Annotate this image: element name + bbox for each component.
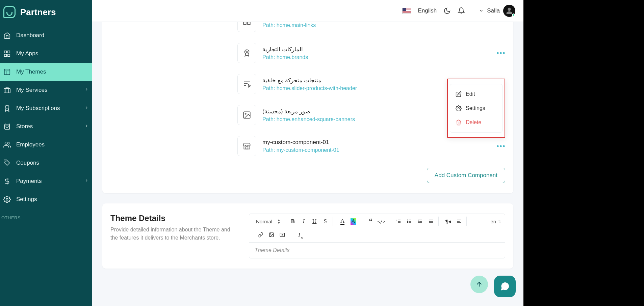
component-path: Path: home.main-links [262, 22, 505, 28]
unordered-list-button[interactable] [405, 217, 414, 226]
bag-icon [3, 123, 11, 130]
image-icon [237, 105, 256, 125]
avatar [503, 5, 515, 17]
clear-format-button[interactable]: I✕ [294, 230, 304, 240]
svg-marker-20 [248, 84, 251, 87]
menu-item-delete[interactable]: Delete [450, 115, 502, 130]
floating-actions [470, 276, 516, 297]
sidebar: Partners Dashboard My Apps My Themes My … [0, 0, 92, 306]
outdent-button[interactable] [415, 217, 425, 226]
underline-button[interactable]: U [310, 217, 319, 226]
component-title: الماركات التجارية [262, 46, 491, 53]
video-button[interactable] [278, 230, 287, 240]
nav-label: My Themes [16, 68, 46, 75]
add-custom-component-button[interactable]: Add Custom Component [427, 168, 505, 183]
component-item: منتجات متحركة مع خلفية Path: home.slider… [237, 68, 505, 100]
svg-point-10 [5, 142, 7, 144]
text-color-button[interactable]: A [338, 217, 347, 226]
sidebar-item-coupons[interactable]: Coupons [0, 154, 92, 172]
component-title: my-custom-component-01 [262, 139, 491, 146]
divider [472, 5, 472, 16]
nav-label: My Services [16, 87, 48, 93]
moon-icon[interactable] [443, 7, 451, 15]
code-button[interactable]: </> [377, 217, 386, 226]
sidebar-item-my-services[interactable]: My Services [0, 81, 92, 99]
language-label[interactable]: English [418, 7, 437, 14]
menu-item-edit[interactable]: Edit [450, 87, 502, 101]
align-button[interactable] [454, 217, 464, 226]
menu-item-settings[interactable]: Settings [450, 101, 502, 115]
status-dot [512, 13, 515, 17]
tag-icon [3, 159, 11, 167]
playlist-icon [237, 74, 256, 94]
nav-label: My Apps [16, 50, 38, 57]
indent-button[interactable] [426, 217, 436, 226]
svg-point-21 [458, 108, 460, 109]
more-button[interactable]: ••• [497, 142, 505, 150]
nav-label: Payments [16, 178, 42, 185]
svg-point-8 [5, 105, 9, 109]
direction-button[interactable]: ¶◂ [443, 217, 453, 226]
nav-label: My Subscriptions [16, 105, 60, 112]
sidebar-item-dashboard[interactable]: Dashboard [0, 26, 92, 45]
highlight-button[interactable]: A [349, 217, 358, 226]
sidebar-item-employees[interactable]: Employees [0, 136, 92, 154]
chat-icon [499, 281, 510, 292]
rich-text-editor: Normal ▲▼ B I U S A A ❝ </> [249, 214, 505, 258]
section-title: Theme Details [110, 214, 239, 223]
flag-us-icon[interactable] [402, 8, 411, 14]
brand-name: Partners [20, 7, 56, 18]
editor-textarea[interactable]: Theme Details [249, 243, 505, 258]
image-button[interactable] [267, 230, 276, 240]
sidebar-item-my-themes[interactable]: My Themes [0, 63, 92, 81]
svg-rect-7 [4, 88, 10, 93]
sort-icon: ⇅ [498, 220, 501, 223]
nav-label: Settings [16, 196, 37, 203]
sidebar-item-settings[interactable]: Settings [0, 190, 92, 208]
bold-button[interactable]: B [288, 217, 298, 226]
svg-rect-15 [248, 22, 250, 24]
menu-label: Edit [466, 91, 475, 97]
sidebar-section-others: OTHERS [0, 208, 92, 223]
italic-button[interactable]: I [299, 217, 308, 226]
chat-button[interactable] [494, 276, 516, 297]
scroll-top-button[interactable] [470, 276, 488, 293]
svg-rect-9 [5, 125, 10, 129]
chevron-right-icon [84, 123, 89, 130]
context-menu: Edit Settings Delete [447, 79, 505, 138]
svg-marker-46 [282, 234, 283, 235]
svg-rect-2 [4, 54, 6, 56]
chevron-right-icon [84, 87, 89, 93]
link-button[interactable] [256, 230, 265, 240]
svg-rect-14 [243, 22, 246, 24]
arrow-up-icon [475, 281, 483, 288]
quote-button[interactable]: ❝ [366, 217, 375, 226]
ordered-list-button[interactable] [394, 217, 403, 226]
sidebar-item-my-apps[interactable]: My Apps [0, 45, 92, 63]
editor-language-select[interactable]: en ⇅ [490, 219, 501, 224]
users-icon [3, 141, 11, 148]
menu-label: Settings [466, 105, 485, 111]
svg-point-11 [5, 161, 6, 162]
logo-icon [3, 6, 16, 18]
gear-icon [456, 105, 462, 111]
svg-point-13 [6, 198, 8, 200]
strikethrough-button[interactable]: S [320, 217, 330, 226]
sidebar-item-payments[interactable]: Payments [0, 172, 92, 190]
svg-rect-45 [280, 233, 284, 237]
sidebar-item-stores[interactable]: Stores [0, 117, 92, 136]
more-button[interactable]: ••• [497, 49, 505, 57]
chevron-down-icon [479, 8, 484, 13]
brand-logo[interactable]: Partners [0, 6, 92, 26]
component-path: Path: home.brands [262, 54, 491, 60]
section-description: Provide detailed information about the T… [110, 226, 239, 242]
briefcase-icon [3, 86, 11, 94]
component-path: Path: my-custom-component-01 [262, 147, 491, 153]
sidebar-item-my-subscriptions[interactable]: My Subscriptions [0, 99, 92, 117]
user-menu[interactable]: Salla [479, 5, 515, 17]
svg-point-44 [270, 233, 271, 234]
gear-icon [3, 196, 11, 203]
component-list: Path: home.main-links الماركات التجارية … [102, 22, 513, 162]
format-select[interactable]: Normal ▲▼ [253, 219, 283, 224]
bell-icon[interactable] [458, 7, 465, 15]
